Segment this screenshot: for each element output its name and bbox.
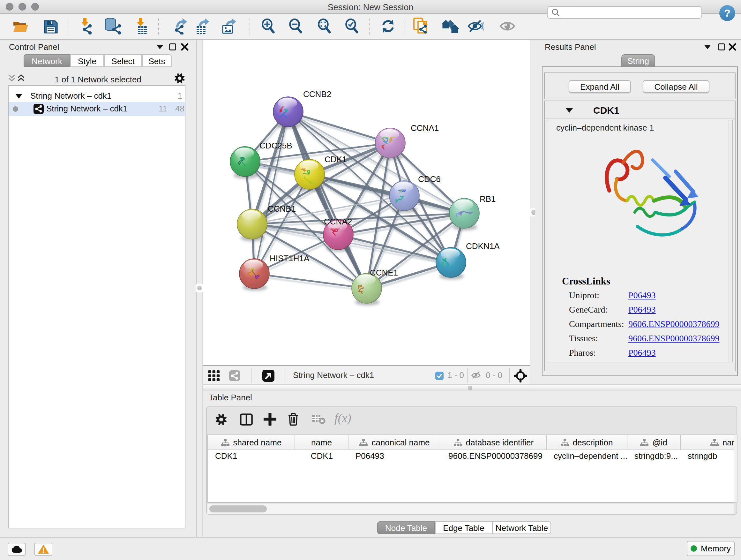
network-row-selected[interactable]: String Network – cdk1 11 48 [9, 102, 185, 116]
entry-name: CDK1 [593, 105, 619, 116]
control-panel-menu-icon[interactable] [156, 44, 163, 49]
cell-namespace[interactable]: stringdb [688, 451, 718, 461]
delete-table-icon[interactable] [312, 415, 326, 424]
cell-description[interactable]: cyclin–dependent ... [554, 451, 627, 461]
control-panel-float-icon[interactable] [169, 44, 176, 51]
column-header-name[interactable]: name [295, 435, 348, 450]
crosslink-link[interactable]: 9606.ENSP00000378699 [628, 319, 719, 329]
crosslink-label: Compartments: [569, 319, 624, 329]
table-vertical-scrollbar[interactable] [734, 435, 738, 503]
import-table-button[interactable] [134, 18, 149, 35]
network-node-ccna1[interactable] [375, 128, 405, 158]
network-node-cdc25b[interactable] [230, 146, 260, 177]
cell--id[interactable]: stringdb:9... [634, 451, 678, 461]
zoom-fit-button[interactable] [317, 18, 331, 34]
crosslink-link[interactable]: 9606.ENSP00000378699 [628, 333, 719, 344]
network-node-rb1[interactable] [449, 198, 479, 228]
expand-all-button[interactable]: Expand All [569, 80, 631, 93]
export-network-button[interactable] [172, 18, 189, 35]
fit-selected-crosshair-icon[interactable] [514, 369, 527, 382]
toolbar-separator [405, 18, 405, 35]
control-panel-close-icon[interactable] [181, 43, 189, 51]
crosslink-link[interactable]: P06493 [628, 348, 656, 358]
import-database-button[interactable] [105, 18, 123, 35]
hidden-eye-icon[interactable] [471, 371, 482, 379]
save-session-button[interactable] [44, 20, 58, 34]
results-scrollbar[interactable] [729, 120, 732, 362]
crosslink-link[interactable]: P06493 [628, 290, 656, 300]
refresh-button[interactable] [381, 18, 396, 34]
cell-shared-name[interactable]: CDK1 [215, 451, 237, 461]
split-columns-icon[interactable] [240, 414, 253, 426]
tab-style[interactable]: Style [70, 54, 104, 67]
results-entry-box: CDK1 cyclin–dependent kinase 1 CrossLink… [544, 101, 736, 371]
export-table-button[interactable] [194, 18, 211, 35]
network-node-cdkn1a[interactable] [436, 247, 466, 277]
network-options-gear-icon[interactable] [174, 73, 185, 84]
network-node-ccnb2[interactable] [273, 97, 303, 127]
add-column-icon[interactable] [264, 413, 276, 426]
results-entry-header[interactable]: CDK1 [545, 101, 735, 118]
node-label-ccnb1: CCNB1 [268, 204, 296, 213]
tab-node-table[interactable]: Node Table [377, 521, 435, 534]
tab-edge-table[interactable]: Edge Table [435, 521, 492, 534]
tab-select[interactable]: Select [104, 54, 142, 67]
search-input[interactable] [547, 6, 702, 19]
network-collection-row[interactable]: String Network – cdk1 1 [9, 89, 185, 103]
results-panel-menu-icon[interactable] [704, 44, 711, 49]
zoom-selected-button[interactable] [345, 18, 359, 34]
selected-checkbox-icon[interactable] [435, 372, 444, 380]
help-button[interactable]: ? [719, 5, 735, 21]
network-node-hist1h1a[interactable] [239, 259, 269, 289]
tab-network[interactable]: Network [23, 54, 70, 67]
left-splitter-handle[interactable] [196, 284, 203, 293]
zoom-out-button[interactable] [288, 18, 302, 34]
network-node-ccnb1[interactable] [237, 209, 267, 239]
birds-eye-view-icon[interactable] [262, 370, 274, 382]
delete-column-trash-icon[interactable] [288, 413, 299, 426]
node-label-cdc6: CDC6 [418, 174, 441, 184]
table-settings-gear-icon[interactable] [215, 414, 227, 426]
network-canvas[interactable]: CCNB2CCNA1CDC25BCDK1CDC6RB1CCNB1CCNA2CDK… [203, 40, 530, 365]
column-type-icon [561, 439, 569, 447]
zoom-in-button[interactable] [261, 18, 275, 34]
export-image-button[interactable] [221, 18, 238, 35]
column-header-canonical-name[interactable]: canonical name [348, 435, 441, 450]
cell-database-identifier[interactable]: 9606.ENSP00000378699 [448, 451, 542, 461]
show-selection-eye-icon[interactable] [499, 20, 516, 33]
status-bar [0, 537, 741, 560]
function-builder-icon[interactable]: f(x) [334, 411, 351, 425]
network-node-ccne1[interactable] [352, 273, 382, 303]
scrollbar-thumb[interactable] [209, 505, 267, 512]
column-header-description[interactable]: description [547, 435, 627, 450]
tab-sets[interactable]: Sets [142, 54, 172, 67]
cloud-status-button[interactable] [8, 543, 25, 556]
results-tab-string[interactable]: String [621, 54, 655, 67]
warning-status-button[interactable] [35, 543, 52, 556]
grid-view-icon[interactable] [208, 370, 223, 381]
import-network-button[interactable] [78, 18, 94, 35]
tab-network-table[interactable]: Network Table [492, 521, 551, 534]
column-header--id[interactable]: @id [627, 435, 681, 450]
home-networks-button[interactable] [441, 19, 460, 34]
clone-network-button[interactable] [413, 17, 428, 35]
network-collection-count: 1 [178, 91, 182, 101]
cell-name[interactable]: CDK1 [295, 451, 348, 461]
network-node-cdk1[interactable] [294, 159, 325, 189]
hide-selection-eye-icon[interactable] [467, 19, 484, 33]
network-node-cdc6[interactable] [389, 181, 419, 211]
memory-button[interactable]: Memory [687, 541, 735, 556]
table-splitter-handle[interactable] [468, 386, 472, 390]
column-header-shared-name[interactable]: shared name [208, 435, 295, 450]
results-panel-close-icon[interactable] [728, 43, 737, 51]
column-header-database-identifier[interactable]: database identifier [441, 435, 547, 450]
collapse-all-button[interactable]: Collapse All [643, 80, 710, 93]
table-horizontal-scrollbar[interactable] [207, 503, 734, 514]
network-view-share-icon[interactable] [228, 370, 241, 381]
crosslink-link[interactable]: P06493 [628, 305, 656, 315]
results-panel-float-icon[interactable] [718, 44, 725, 51]
open-session-button[interactable] [13, 20, 29, 34]
column-header-namespace[interactable]: namespace [681, 435, 734, 450]
cell-canonical-name[interactable]: P06493 [355, 451, 384, 461]
entry-collapse-icon[interactable] [566, 108, 573, 113]
